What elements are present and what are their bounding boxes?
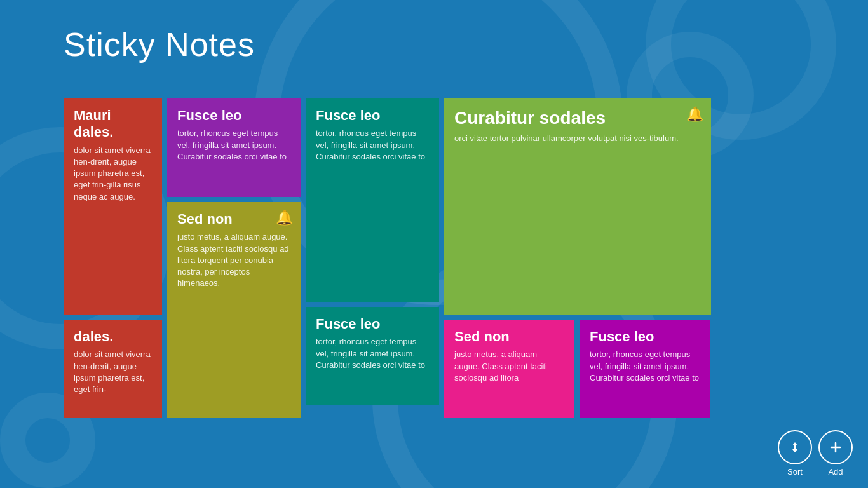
note-body: justo metus, a aliquam augue. Class apte… xyxy=(177,231,290,289)
bell-icon: 🔔 xyxy=(276,210,293,226)
note-body: tortor, rhoncus eget tempus vel, fringil… xyxy=(316,128,429,163)
add-button[interactable]: Add xyxy=(818,430,853,477)
notes-grid: Mauri dales. dolor sit amet viverra hen-… xyxy=(64,98,711,418)
list-item[interactable]: 🔔 Sed non justo metus, a aliquam augue. … xyxy=(167,202,301,418)
note-body: orci vitae tortor pulvinar ullamcorper v… xyxy=(454,133,701,144)
list-item[interactable]: Fusce leo tortor, rhoncus eget tempus ve… xyxy=(306,307,439,405)
notes-column-1: Mauri dales. dolor sit amet viverra hen-… xyxy=(64,98,162,418)
note-body: dolor sit amet viverra hen-drerit, augue… xyxy=(74,349,152,395)
list-item[interactable]: Fusce leo tortor, rhoncus eget tempus ve… xyxy=(167,98,301,197)
notes-column-4: 🔔 Curabitur sodales orci vitae tortor pu… xyxy=(444,98,711,418)
bell-icon: 🔔 xyxy=(686,106,703,123)
notes-column-2: Fusce leo tortor, rhoncus eget tempus ve… xyxy=(167,98,301,418)
note-body: justo metus, a aliquam augue. Class apte… xyxy=(454,349,564,384)
note-title: Mauri dales. xyxy=(74,107,152,141)
note-title: Fusce leo xyxy=(316,107,429,124)
note-title: Fusce leo xyxy=(316,316,429,332)
sort-button[interactable]: Sort xyxy=(778,430,812,477)
note-body: tortor, rhoncus eget tempus vel, fringil… xyxy=(177,128,290,163)
note-title: Sed non xyxy=(454,329,564,345)
note-body: tortor, rhoncus eget tempus vel, fringil… xyxy=(316,336,429,371)
note-body: dolor sit amet viverra hen-drerit, augue… xyxy=(74,145,152,203)
note-title: Fusce leo xyxy=(590,329,700,345)
page-title: Sticky Notes xyxy=(64,25,255,64)
add-icon xyxy=(818,430,853,464)
list-item[interactable]: dales. dolor sit amet viverra hen-drerit… xyxy=(64,320,162,418)
sort-label: Sort xyxy=(787,467,803,477)
bottom-toolbar: Sort Add xyxy=(763,419,868,488)
sort-icon xyxy=(778,430,812,464)
notes-column-3: Fusce leo tortor, rhoncus eget tempus ve… xyxy=(306,98,439,418)
note-title: dales. xyxy=(74,329,152,345)
list-item[interactable]: 🔔 Curabitur sodales orci vitae tortor pu… xyxy=(444,98,711,315)
note-body: tortor, rhoncus eget tempus vel, fringil… xyxy=(590,349,700,384)
note-title: Sed non xyxy=(177,211,290,227)
add-label: Add xyxy=(828,467,843,477)
note-title: Curabitur sodales xyxy=(454,107,701,129)
note-title: Fusce leo xyxy=(177,107,290,124)
list-item[interactable]: Fusce leo tortor, rhoncus eget tempus ve… xyxy=(306,98,439,302)
list-item[interactable]: Sed non justo metus, a aliquam augue. Cl… xyxy=(444,320,574,418)
list-item[interactable]: Mauri dales. dolor sit amet viverra hen-… xyxy=(64,98,162,315)
list-item[interactable]: Fusce leo tortor, rhoncus eget tempus ve… xyxy=(580,320,710,418)
